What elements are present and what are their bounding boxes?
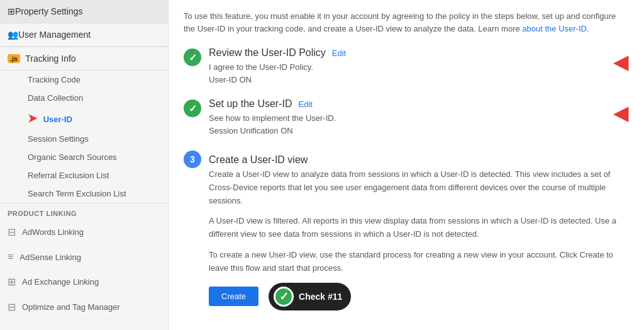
step3-number-icon: 3 xyxy=(184,151,201,168)
step2-container: ✓ Set up the User-ID Edit See how to imp… xyxy=(184,98,629,137)
step3-title: Create a User-ID view xyxy=(209,154,308,166)
step3-para2: A User-ID view is filtered. All reports … xyxy=(209,215,629,241)
badge-label: Check #11 xyxy=(299,292,342,302)
sidebar-user-management-label: User Management xyxy=(18,30,91,40)
step1-container: ✓ Review the User-ID Policy Edit I agree… xyxy=(184,47,629,86)
step2-edit-button[interactable]: Edit xyxy=(299,100,313,109)
js-icon: .js xyxy=(8,54,20,63)
sidebar-property-settings-label: Property Settings xyxy=(15,6,82,16)
intro-link[interactable]: about the User-ID. xyxy=(522,24,589,33)
sidebar-item-property-settings[interactable]: ⊞ Property Settings xyxy=(0,0,168,23)
data-collection-label: Data Collection xyxy=(28,93,83,103)
user-management-icon: 👥 xyxy=(8,30,18,40)
sidebar-item-data-collection[interactable]: Data Collection xyxy=(0,89,168,107)
check-badge: ✓ Check #11 xyxy=(269,283,351,310)
optimize-tag-manager-label: Optimize and Tag Manager xyxy=(22,302,120,312)
step1-edit-button[interactable]: Edit xyxy=(332,48,346,58)
step3-para1: Create a User-ID view to analyze data fr… xyxy=(209,168,629,207)
sidebar-item-ad-exchange-linking[interactable]: ⊞ Ad Exchange Linking xyxy=(0,270,168,295)
property-settings-icon: ⊞ xyxy=(8,6,15,16)
adsense-icon: ≡ xyxy=(8,251,13,263)
tracking-code-label: Tracking Code xyxy=(28,75,80,84)
product-linking-label: PRODUCT LINKING xyxy=(8,210,77,217)
badge-check-icon: ✓ xyxy=(274,287,294,307)
step1-description: I agree to the User-ID Policy. User-ID O… xyxy=(209,61,608,86)
step3-card: 3 Create a User-ID view Create a User-ID… xyxy=(184,149,629,310)
search-term-exclusion-list-label: Search Term Exclusion List xyxy=(28,189,126,198)
user-id-label: User-ID xyxy=(43,115,72,124)
ad-exchange-icon: ⊞ xyxy=(8,276,16,288)
step1-title-row: Review the User-ID Policy Edit xyxy=(209,47,608,59)
intro-paragraph: To use this feature, you must enable it … xyxy=(184,10,629,35)
step2-card: ✓ Set up the User-ID Edit See how to imp… xyxy=(184,98,608,137)
step1-red-arrow: ◀ xyxy=(613,50,629,74)
step1-desc-line2: User-ID ON xyxy=(209,75,252,84)
sidebar-item-user-id[interactable]: ➤ User-ID xyxy=(0,107,168,130)
session-settings-label: Session Settings xyxy=(28,134,89,144)
adwords-icon: ⊟ xyxy=(8,226,16,238)
sidebar-item-optimize-tag-manager[interactable]: ⊟ Optimize and Tag Manager xyxy=(0,295,168,320)
organic-search-sources-label: Organic Search Sources xyxy=(28,152,117,162)
step1-check-icon: ✓ xyxy=(184,48,201,66)
step3-content: Create a User-ID view Create a User-ID v… xyxy=(209,154,629,310)
user-id-arrow: ➤ xyxy=(28,111,37,125)
referral-exclusion-list-label: Referral Exclusion List xyxy=(28,171,109,180)
main-content: To use this feature, you must enable it … xyxy=(169,0,644,330)
adsense-linking-label: AdSense Linking xyxy=(19,253,81,262)
sidebar-item-search-term-exclusion-list[interactable]: Search Term Exclusion List xyxy=(0,185,168,203)
sidebar-item-adwords-linking[interactable]: ⊟ AdWords Linking xyxy=(0,220,168,245)
step2-title-row: Set up the User-ID Edit xyxy=(209,98,608,110)
step2-desc-line1: See how to implement the User-ID. xyxy=(209,113,336,123)
sidebar-item-referral-exclusion-list[interactable]: Referral Exclusion List xyxy=(0,166,168,185)
step1-card: ✓ Review the User-ID Policy Edit I agree… xyxy=(184,47,608,86)
sidebar-item-user-management[interactable]: 👥 User Management xyxy=(0,23,168,47)
adwords-linking-label: AdWords Linking xyxy=(22,227,84,237)
step2-description: See how to implement the User-ID. Sessio… xyxy=(209,112,608,137)
sidebar-item-tracking-code[interactable]: Tracking Code xyxy=(0,71,168,89)
step2-desc-line2: Session Unification ON xyxy=(209,126,293,135)
create-button[interactable]: Create xyxy=(209,287,258,306)
sidebar-item-adsense-linking[interactable]: ≡ AdSense Linking xyxy=(0,245,168,270)
step2-red-arrow: ◀ xyxy=(613,101,629,125)
step3-title-row: Create a User-ID view xyxy=(209,154,629,166)
step2-check-icon: ✓ xyxy=(184,100,201,117)
sidebar-tracking-info-label: Tracking Info xyxy=(25,54,75,64)
sidebar-item-organic-search-sources[interactable]: Organic Search Sources xyxy=(0,148,168,166)
step1-content: Review the User-ID Policy Edit I agree t… xyxy=(209,47,608,86)
sidebar-item-session-settings[interactable]: Session Settings xyxy=(0,130,168,148)
product-linking-header: PRODUCT LINKING xyxy=(0,203,168,220)
ad-exchange-linking-label: Ad Exchange Linking xyxy=(22,277,99,287)
step3-para3: To create a new User-ID view, use the st… xyxy=(209,249,629,275)
step2-title: Set up the User-ID xyxy=(209,98,292,110)
step1-desc-line1: I agree to the User-ID Policy. xyxy=(209,62,313,72)
optimize-icon: ⊟ xyxy=(8,301,16,313)
step3-actions: Create ✓ Check #11 xyxy=(209,283,629,310)
sidebar: ⊞ Property Settings 👥 User Management .j… xyxy=(0,0,169,330)
sidebar-item-tracking-info[interactable]: .js Tracking Info xyxy=(0,47,168,71)
step1-title: Review the User-ID Policy xyxy=(209,47,326,59)
step2-content: Set up the User-ID Edit See how to imple… xyxy=(209,98,608,137)
